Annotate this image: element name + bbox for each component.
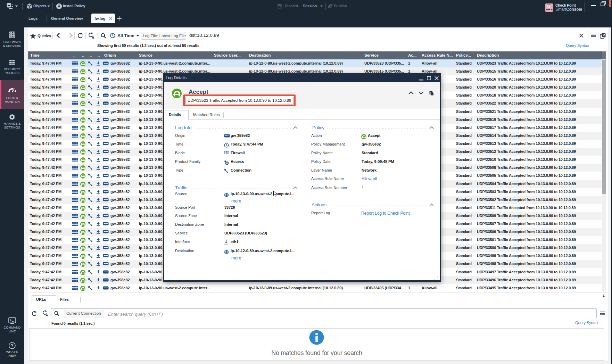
svg-text:A: A [46, 313, 48, 316]
svg-text:?: ? [11, 343, 13, 348]
svg-text:A: A [92, 35, 94, 39]
